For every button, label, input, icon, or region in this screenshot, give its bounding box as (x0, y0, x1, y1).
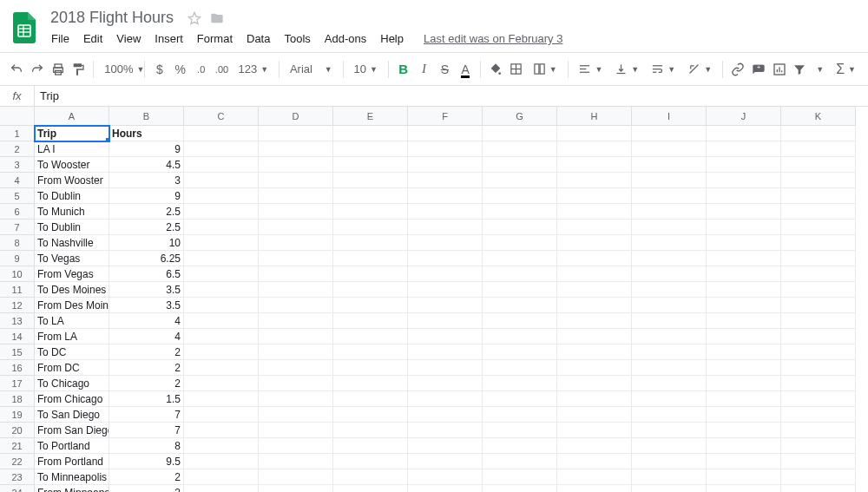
more-formats-select[interactable]: 123▼ (233, 58, 273, 81)
cell[interactable] (184, 141, 259, 157)
cell[interactable] (333, 329, 408, 344)
cell[interactable] (483, 235, 557, 251)
cell[interactable] (781, 329, 856, 344)
cell[interactable] (483, 188, 557, 204)
cell[interactable] (781, 298, 856, 313)
cell[interactable] (707, 360, 781, 376)
row-header[interactable]: 14 (0, 329, 35, 344)
row-header[interactable]: 5 (0, 188, 35, 204)
menu-format[interactable]: Format (191, 29, 239, 49)
menu-help[interactable]: Help (374, 29, 410, 49)
cell[interactable]: To Vegas (35, 251, 109, 266)
cell[interactable] (781, 469, 856, 485)
row-header[interactable]: 7 (0, 220, 35, 235)
cell[interactable] (707, 220, 781, 235)
cell[interactable] (259, 344, 333, 360)
cell[interactable] (483, 391, 557, 407)
cell[interactable] (408, 485, 483, 492)
cell[interactable] (781, 157, 856, 173)
cell[interactable]: From Chicago (35, 391, 109, 407)
cell[interactable] (259, 188, 333, 204)
cell[interactable] (184, 251, 259, 266)
cell[interactable] (707, 266, 781, 282)
cell[interactable] (184, 204, 259, 220)
italic-button[interactable]: I (415, 58, 434, 81)
cell[interactable] (632, 188, 707, 204)
cell[interactable] (557, 220, 632, 235)
cell[interactable] (707, 313, 781, 329)
cell[interactable] (781, 188, 856, 204)
filter-icon[interactable] (790, 58, 809, 81)
cell[interactable] (707, 126, 781, 141)
cell[interactable] (408, 391, 483, 407)
cell[interactable] (184, 407, 259, 423)
cell[interactable] (557, 329, 632, 344)
cell[interactable]: To San Diego (35, 407, 109, 423)
cell[interactable] (483, 141, 557, 157)
cell[interactable] (408, 360, 483, 376)
cell[interactable]: From Des Moines (35, 298, 109, 313)
decrease-decimal-icon[interactable]: .0 (192, 58, 211, 81)
cell[interactable] (781, 220, 856, 235)
cell[interactable] (707, 423, 781, 438)
cell[interactable] (483, 423, 557, 438)
currency-icon[interactable]: $ (150, 58, 169, 81)
cell[interactable] (632, 220, 707, 235)
col-header[interactable]: I (632, 107, 707, 126)
cell[interactable] (259, 282, 333, 298)
cell[interactable]: From Portland (35, 454, 109, 469)
cell[interactable] (483, 344, 557, 360)
cell[interactable] (781, 360, 856, 376)
col-header[interactable]: F (408, 107, 483, 126)
cell[interactable] (333, 344, 408, 360)
cell[interactable] (259, 157, 333, 173)
cell[interactable] (259, 423, 333, 438)
cell[interactable] (557, 360, 632, 376)
cell[interactable] (632, 141, 707, 157)
cell[interactable] (632, 407, 707, 423)
cell[interactable] (632, 282, 707, 298)
cell[interactable] (557, 251, 632, 266)
cell[interactable] (632, 360, 707, 376)
sheets-logo[interactable] (7, 10, 42, 45)
cell[interactable]: To Dublin (35, 220, 109, 235)
row-header[interactable]: 17 (0, 376, 35, 391)
cell[interactable] (184, 173, 259, 188)
strikethrough-button[interactable]: S (435, 58, 454, 81)
cell[interactable] (259, 141, 333, 157)
cell[interactable] (408, 173, 483, 188)
font-size-select[interactable]: 10▼ (348, 58, 382, 81)
row-header[interactable]: 12 (0, 298, 35, 313)
cell[interactable]: 9.5 (109, 454, 184, 469)
cell[interactable] (557, 173, 632, 188)
cell[interactable] (259, 454, 333, 469)
cell[interactable] (408, 141, 483, 157)
cell[interactable] (184, 235, 259, 251)
cell[interactable] (483, 485, 557, 492)
cell[interactable] (259, 485, 333, 492)
cell[interactable] (333, 376, 408, 391)
cell[interactable] (632, 173, 707, 188)
cell[interactable] (781, 251, 856, 266)
cell[interactable]: To Minneapolis (35, 469, 109, 485)
star-icon[interactable] (187, 11, 201, 25)
cell[interactable] (781, 266, 856, 282)
cell[interactable] (557, 126, 632, 141)
cell[interactable] (781, 235, 856, 251)
cell[interactable]: 3 (109, 173, 184, 188)
cell[interactable] (483, 173, 557, 188)
cell[interactable] (557, 344, 632, 360)
cell[interactable]: Hours (109, 126, 184, 141)
cell[interactable] (408, 423, 483, 438)
cell[interactable] (408, 313, 483, 329)
cell[interactable] (184, 298, 259, 313)
cell[interactable]: To Dublin (35, 188, 109, 204)
cell[interactable] (333, 204, 408, 220)
menu-addons[interactable]: Add-ons (319, 29, 372, 49)
cell[interactable] (707, 344, 781, 360)
cell[interactable] (632, 251, 707, 266)
cell[interactable] (408, 469, 483, 485)
fill-color-icon[interactable] (486, 58, 505, 81)
row-header[interactable]: 24 (0, 485, 35, 492)
cell[interactable]: From DC (35, 360, 109, 376)
